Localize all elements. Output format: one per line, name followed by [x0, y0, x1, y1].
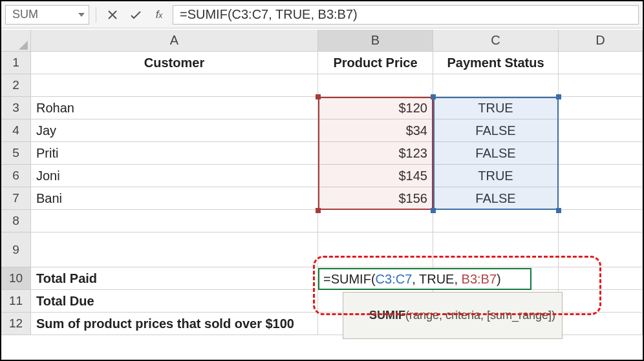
cell[interactable]: $34	[318, 119, 433, 142]
cell[interactable]	[31, 74, 318, 97]
cell[interactable]	[559, 290, 643, 313]
row-header[interactable]: 7	[1, 187, 31, 210]
column-header-a[interactable]: A	[31, 30, 318, 51]
cell[interactable]	[559, 52, 643, 74]
spreadsheet-grid: A B C D 1 Customer Product Price Payment…	[1, 30, 643, 360]
cell[interactable]: Priti	[31, 142, 318, 165]
tooltip-sig: (range, criteria, [sum_range])	[405, 309, 555, 322]
row-header[interactable]: 1	[1, 52, 31, 74]
formula-seg: =SUMIF(	[323, 272, 376, 287]
cell[interactable]	[559, 267, 643, 290]
cell[interactable]: Customer	[31, 52, 318, 74]
formula-seg-arg1: C3:C7	[376, 272, 413, 287]
cell[interactable]: Sum of product prices that sold over $10…	[31, 313, 318, 335]
cell[interactable]	[31, 232, 318, 267]
range-handle[interactable]	[316, 208, 321, 213]
cell[interactable]	[559, 97, 643, 119]
column-header-d[interactable]: D	[559, 30, 643, 51]
row-header[interactable]: 12	[1, 313, 31, 335]
select-all-button[interactable]	[1, 30, 31, 51]
formula-seg: )	[497, 272, 501, 287]
check-icon	[130, 10, 142, 20]
cell[interactable]: Product Price	[318, 52, 433, 74]
cell[interactable]	[559, 74, 643, 97]
cell[interactable]	[559, 187, 643, 210]
function-tooltip: SUMIF(range, criteria, [sum_range])	[343, 292, 563, 339]
range-handle[interactable]	[316, 94, 321, 99]
tooltip-fn: SUMIF	[369, 309, 405, 322]
formula-bar-text: =SUMIF(C3:C7, TRUE, B3:B7)	[180, 7, 358, 22]
row-header[interactable]: 2	[1, 74, 31, 97]
cell[interactable]	[318, 232, 433, 267]
column-header-c[interactable]: C	[433, 30, 559, 51]
cell[interactable]: $156	[318, 187, 433, 210]
cell[interactable]: Total Due	[31, 290, 318, 313]
row-header[interactable]: 4	[1, 119, 31, 142]
row-header[interactable]: 5	[1, 142, 31, 165]
cell[interactable]	[318, 210, 433, 232]
range-handle[interactable]	[556, 208, 561, 213]
row-header[interactable]: 3	[1, 97, 31, 119]
cell[interactable]	[318, 74, 433, 97]
cell[interactable]	[559, 119, 643, 142]
formula-bar-input[interactable]: =SUMIF(C3:C7, TRUE, B3:B7)	[173, 5, 639, 25]
column-headers: A B C D	[1, 30, 643, 52]
cell[interactable]: FALSE	[433, 142, 559, 165]
cell[interactable]: TRUE	[433, 97, 559, 119]
fx-icon: fx	[156, 8, 163, 21]
cell[interactable]	[433, 74, 559, 97]
name-box-text: SUM	[12, 8, 38, 21]
cell[interactable]: Rohan	[31, 97, 318, 119]
formula-seg-arg2: B3:B7	[462, 272, 497, 287]
range-handle[interactable]	[556, 94, 561, 99]
row-header[interactable]: 9	[1, 232, 31, 267]
cell[interactable]: FALSE	[433, 119, 559, 142]
cell[interactable]: Payment Status	[433, 52, 559, 74]
close-icon	[107, 10, 118, 20]
cell[interactable]	[433, 210, 559, 232]
cell[interactable]	[559, 313, 643, 335]
enter-formula-button[interactable]	[126, 5, 145, 25]
cell[interactable]	[433, 232, 559, 267]
cell[interactable]	[559, 165, 643, 187]
cancel-formula-button[interactable]	[103, 5, 122, 25]
cell[interactable]: TRUE	[433, 165, 559, 187]
cell[interactable]: $123	[318, 142, 433, 165]
cell[interactable]	[559, 232, 643, 267]
cell[interactable]: Bani	[31, 187, 318, 210]
column-header-b[interactable]: B	[318, 30, 433, 51]
row-header[interactable]: 10	[1, 267, 31, 290]
cell[interactable]: Joni	[31, 165, 318, 187]
row-header[interactable]: 11	[1, 290, 31, 313]
formula-seg: , TRUE,	[412, 272, 461, 287]
name-box[interactable]: SUM	[5, 5, 89, 25]
divider	[96, 7, 96, 23]
cell[interactable]	[559, 210, 643, 232]
active-cell-editor[interactable]: =SUMIF( C3:C7 , TRUE, B3:B7 )	[318, 268, 531, 290]
cell[interactable]	[559, 142, 643, 165]
row-header[interactable]: 6	[1, 165, 31, 187]
cell[interactable]: FALSE	[433, 187, 559, 210]
triangle-icon	[19, 41, 28, 50]
cell[interactable]: $120	[318, 97, 433, 119]
formula-bar-area: SUM fx =SUMIF(C3:C7, TRUE, B3:B7)	[1, 1, 643, 28]
row-header[interactable]: 8	[1, 210, 31, 232]
cell[interactable]: Jay	[31, 119, 318, 142]
chevron-down-icon[interactable]	[78, 13, 85, 17]
range-handle[interactable]	[431, 208, 436, 213]
cell[interactable]: $145	[318, 165, 433, 187]
range-handle[interactable]	[431, 94, 436, 99]
insert-function-button[interactable]: fx	[149, 5, 169, 25]
cell[interactable]	[31, 210, 318, 232]
cell[interactable]: Total Paid	[31, 267, 318, 290]
